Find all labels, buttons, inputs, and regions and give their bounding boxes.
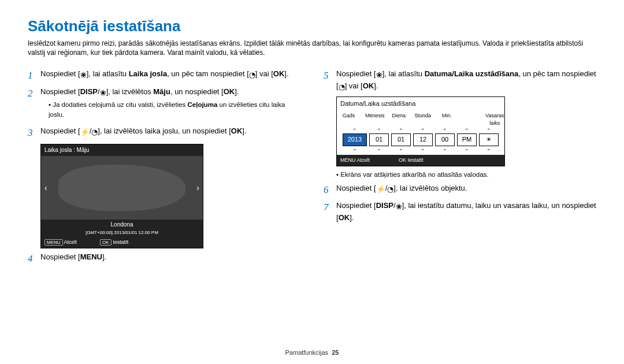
chevron-right-icon: › [196,182,199,194]
lcd-timezone: Laika josla : Māju ‹ › Londona [GMT+00:0… [40,144,203,249]
disp-icon: DISP [376,201,393,210]
chevron-left-icon: ‹ [44,182,47,194]
hour-cell: 12 [413,133,433,146]
menu-icon: MENU [44,239,63,246]
ok-icon: OK [399,157,406,163]
intro-text: Ieslēdzot kameru pirmo reizi, parādās sā… [28,39,596,57]
month-cell: 01 [369,133,389,146]
step-3: 3 Nospiediet [⚡/◔], lai izvēlētos laika … [28,126,300,140]
step-7: 7 Nospiediet [DISP/❀], lai iestatītu dat… [324,200,596,224]
ok-icon: OK [339,213,350,222]
macro-icon: ❀ [100,88,106,99]
world-map-graphic [58,165,185,211]
macro-icon: ❀ [376,70,382,81]
flash-icon: ⚡ [376,184,385,195]
macro-icon: ❀ [80,70,87,81]
ok-icon: OK [224,87,235,96]
timer-icon: ◔ [249,70,255,81]
step-1: 1 Nospiediet [❀], lai atlasītu Laika jos… [28,69,300,83]
macro-icon: ❀ [396,202,402,213]
ok-icon: OK [363,81,374,90]
timer-icon: ◔ [91,127,98,138]
lcd-datetime: Datuma/Laika uzstādīšana Gads Mēnesis Di… [336,96,505,166]
disp-icon: DISP [80,87,98,96]
sun-icon: ☀ [486,135,492,144]
page-title: Sākotnējā iestatīšana [28,17,596,35]
screen-note: • Ekrāns var atšķirties atkarībā no atla… [336,170,596,180]
page-footer: Pamatfunkcijas 25 [0,349,624,356]
dst-cell: ☀ [479,133,499,146]
ok-icon: OK [100,239,112,246]
timer-icon: ◔ [387,184,393,195]
min-cell: 00 [435,133,455,146]
day-cell: 01 [391,133,411,146]
ok-icon: OK [273,69,285,78]
ampm-cell: PM [457,133,477,146]
step-2-note: • Ja dodaties ceļojumā uz citu valsti, i… [49,100,300,119]
right-column: 5 Nospiediet [❀], lai atlasītu Datuma/La… [324,69,596,270]
timer-icon: ◔ [339,82,345,93]
step-5: 5 Nospiediet [❀], lai atlasītu Datuma/La… [324,69,596,93]
ok-icon: OK [231,127,243,135]
year-cell: 2013 [343,133,367,146]
menu-icon: MENU [340,157,356,163]
left-column: 1 Nospiediet [❀], lai atlasītu Laika jos… [28,69,300,270]
step-4: 4 Nospiediet [MENU]. [28,252,300,266]
step-2: 2 Nospiediet [DISP/❀], lai izvēlētos Māj… [28,87,300,122]
flash-icon: ⚡ [80,127,90,138]
menu-icon: MENU [80,252,102,261]
step-6: 6 Nospiediet [⚡/◔], lai izvēlētos objekt… [324,183,596,198]
